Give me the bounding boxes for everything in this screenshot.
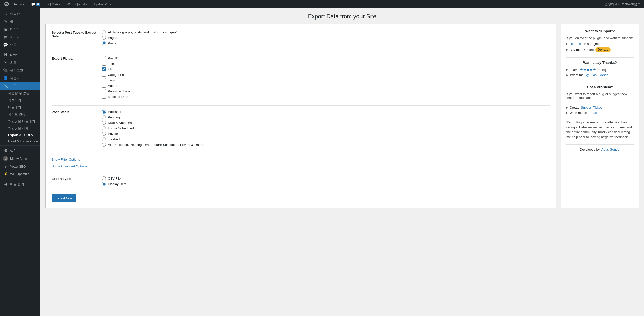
radio-published[interactable]: Published xyxy=(102,110,550,114)
sidebar-label-pages: 페이지 xyxy=(10,35,20,39)
radio-csv-file[interactable]: CSV File xyxy=(102,176,550,180)
comments-bar[interactable]: 💬 0 xyxy=(29,0,42,8)
sidebar-item-wpoptimize[interactable]: ⚡ WP-Optimize xyxy=(0,170,40,178)
checkbox-published-date[interactable]: Published Date xyxy=(102,89,550,93)
hire-me-suffix: on a project xyxy=(583,42,600,46)
checkbox-title-input[interactable] xyxy=(102,62,106,66)
media-icon: ▣ xyxy=(3,27,8,32)
checkbox-tags[interactable]: Tags xyxy=(102,78,550,82)
sidebar-item-media[interactable]: ▣ 미디어 xyxy=(0,25,40,33)
radio-all-status-label: All (Published, Pending, Draft, Future S… xyxy=(108,143,204,147)
developer-link[interactable]: Atlas Gondal xyxy=(601,148,620,151)
radio-pending-input[interactable] xyxy=(102,115,106,119)
checkbox-published-date-input[interactable] xyxy=(102,89,106,93)
sidebar-item-pages[interactable]: ▤ 페이지 xyxy=(0,33,40,41)
radio-pages-input[interactable] xyxy=(102,36,106,40)
radio-all-types[interactable]: All Types (pages, posts, and custom post… xyxy=(102,30,550,34)
export-type-row: Export Type: CSV File Display Here xyxy=(52,176,550,187)
sidebar-sub-import[interactable]: 가져오기 xyxy=(0,97,40,104)
export-fields-label: Export Fields: xyxy=(52,56,97,100)
write-email-item: Write me an Email xyxy=(566,111,634,115)
wpoptimize-icon: ⚡ xyxy=(3,172,8,176)
radio-display-here-input[interactable] xyxy=(102,182,106,186)
sidebar-item-users[interactable]: 👤 사용자 xyxy=(0,74,40,82)
radio-private[interactable]: Private xyxy=(102,132,550,136)
checkbox-modified-date-input[interactable] xyxy=(102,95,106,99)
sidebar-item-plugins[interactable]: 🔌 플러그인 xyxy=(0,66,40,74)
email-link[interactable]: Email xyxy=(589,111,597,115)
radio-published-label: Published xyxy=(108,110,122,114)
radio-published-input[interactable] xyxy=(102,110,106,114)
radio-pending[interactable]: Pending xyxy=(102,115,550,119)
checkbox-categories[interactable]: Categories xyxy=(102,73,550,77)
checkbox-tags-input[interactable] xyxy=(102,78,106,82)
sidebar-sub-export-personal[interactable]: 개인정보 내보내기 xyxy=(0,118,40,125)
sidebar-item-settings[interactable]: ⚙ 설정 xyxy=(0,147,40,154)
post-status-row: Post Status: Published Pending Draft xyxy=(52,110,550,148)
sidebar-sub-delete-personal[interactable]: 개인정보 삭제 xyxy=(0,125,40,132)
sidebar-item-tools[interactable]: 🔧 도구 xyxy=(0,82,40,90)
sidebar-collapse[interactable]: ◀ 메뉴 접기 xyxy=(0,180,40,188)
sidebar-item-appearance[interactable]: ✂ 외모 xyxy=(0,59,40,66)
radio-trashed[interactable]: Trashed xyxy=(102,137,550,141)
sidebar-item-meow-apps[interactable]: M Meow Apps xyxy=(0,154,40,163)
radio-private-input[interactable] xyxy=(102,132,106,136)
show-advanced-options-link[interactable]: Show Advanced Options xyxy=(52,164,550,168)
radio-all-status-input[interactable] xyxy=(102,143,106,147)
site-name[interactable]: techweb xyxy=(12,0,28,8)
radio-posts[interactable]: Posts xyxy=(102,41,550,45)
radio-posts-input[interactable] xyxy=(102,41,106,45)
donate-button[interactable]: Donate xyxy=(595,47,611,52)
sidebar-item-dashboard[interactable]: ⌂ 알림판 xyxy=(0,10,40,18)
wp-icon-bar[interactable]: W xyxy=(65,0,72,8)
radio-display-here[interactable]: Display Here xyxy=(102,182,550,186)
divider-1 xyxy=(52,52,550,52)
checkbox-url-input[interactable] xyxy=(102,67,106,71)
user-greeting[interactable]: 안녕하세요 techweb님 ▾ xyxy=(602,0,642,8)
radio-csv-file-input[interactable] xyxy=(102,176,106,180)
checkbox-author[interactable]: Author xyxy=(102,84,550,88)
sidebar-sub-export-all-urls[interactable]: Export All URLs xyxy=(0,132,40,138)
cache-clear[interactable]: 캐시 제거 xyxy=(73,0,91,8)
show-filter-options-link[interactable]: Show Filter Options xyxy=(52,157,550,161)
radio-future-input[interactable] xyxy=(102,126,106,130)
sidebar-sub-available-tools[interactable]: 사용할 수 있는 도구 xyxy=(0,90,40,97)
radio-trashed-input[interactable] xyxy=(102,137,106,141)
sidebar-sub-site-health[interactable]: 사이트 건강 xyxy=(0,111,40,118)
export-now-button[interactable]: Export Now xyxy=(52,194,76,202)
sidebar-item-neve[interactable]: N Neve xyxy=(0,51,40,59)
checkbox-modified-date[interactable]: Modified Date xyxy=(102,95,550,99)
radio-pages[interactable]: Pages xyxy=(102,36,550,40)
stars[interactable]: ★★★★★ xyxy=(580,68,596,72)
sidebar-item-posts[interactable]: ✎ 글 xyxy=(0,18,40,25)
sidebar-item-comments[interactable]: 💬 댓글 xyxy=(0,41,40,49)
checkbox-post-id-input[interactable] xyxy=(102,56,106,60)
sidebar-sub-head-footer[interactable]: Head & Footer Code xyxy=(0,138,40,144)
users-icon: 👤 xyxy=(3,76,8,80)
checkbox-author-input[interactable] xyxy=(102,84,106,88)
checkbox-title[interactable]: Title xyxy=(102,62,550,66)
checkbox-published-date-label: Published Date xyxy=(108,89,130,93)
sidebar-item-yoast[interactable]: Y Yoast SEO xyxy=(0,163,40,170)
radio-pages-label: Pages xyxy=(108,36,117,40)
radio-all-status[interactable]: All (Published, Pending, Draft, Future S… xyxy=(102,143,550,147)
export-form-card: Select a Post Type to Extract Data: All … xyxy=(45,24,556,208)
wp-logo[interactable]: W xyxy=(2,0,11,8)
new-content[interactable]: + 새로 추가 xyxy=(43,0,64,8)
radio-draft[interactable]: Draft & Auto Draft xyxy=(102,121,550,125)
radio-csv-file-label: CSV File xyxy=(108,177,121,180)
radio-all-types-label: All Types (pages, posts, and custom post… xyxy=(108,30,177,34)
hire-me-link[interactable]: Hire me xyxy=(570,42,581,46)
radio-future[interactable]: Future Scheduled xyxy=(102,126,550,130)
support-ticket-link[interactable]: Support Ticket xyxy=(581,106,602,109)
radio-draft-input[interactable] xyxy=(102,121,106,125)
checkbox-url[interactable]: URL xyxy=(102,67,550,71)
post-type-controls: All Types (pages, posts, and custom post… xyxy=(102,30,550,47)
updraftplus[interactable]: UpdraftPlus xyxy=(92,0,113,8)
tweet-link[interactable]: @Atlas_Gondal xyxy=(586,73,609,77)
sidebar-sub-export[interactable]: 내보내기 xyxy=(0,104,40,111)
divider-3 xyxy=(52,153,550,153)
checkbox-categories-input[interactable] xyxy=(102,73,106,77)
radio-all-types-input[interactable] xyxy=(102,30,106,34)
checkbox-post-id[interactable]: Post ID xyxy=(102,56,550,60)
